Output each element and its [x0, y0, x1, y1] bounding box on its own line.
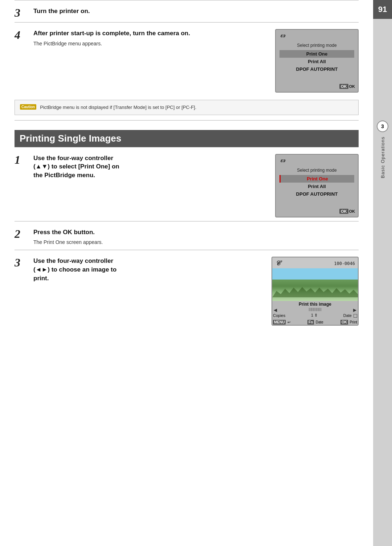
- screen2-ok-text: OK: [349, 209, 355, 213]
- step-number-3b: 3: [15, 257, 30, 268]
- screen3-menu-area: MENU ↩: [273, 318, 290, 325]
- step-2-bottom: 2 Press the OK button. The Print One scr…: [15, 221, 359, 250]
- step-1b-title: Use the four-way controller (▲▼) to sele…: [33, 154, 268, 180]
- screen3-ok-value: Print: [350, 320, 357, 324]
- step-3-top: 3 Turn the printer on.: [15, 0, 359, 22]
- screen3-fn-btn: Fn: [307, 320, 314, 325]
- screen3-fn-value: Date: [316, 320, 323, 324]
- screen3-arrows: ◀ ||||||||||||||| ▶: [272, 307, 358, 313]
- step-4: 4 After printer start-up is complete, tu…: [15, 22, 359, 96]
- chapter-badge: 3: [377, 121, 388, 132]
- caution-box: Caution PictBridge menu is not displayed…: [15, 100, 359, 115]
- camera-logo-1: ᵋᵌ: [279, 33, 354, 41]
- screen3-fn-row: MENU ↩ Fn Date OK Print: [272, 318, 358, 325]
- screen2-ok-box: OK: [339, 209, 348, 214]
- sidebar: 91 3 Basic Operations: [373, 0, 392, 546]
- screen3-ok-btn: OK: [340, 320, 348, 325]
- step-3b-content: Use the four-way controller (◄►) to choo…: [30, 257, 264, 285]
- screen2-title: Select printing mode: [279, 168, 354, 173]
- screen3-copies-value: 1 ⇕: [311, 313, 318, 318]
- screen3-top-bar: 𝒞 100-0046: [272, 257, 358, 268]
- step-3b-title: Use the four-way controller (◄►) to choo…: [33, 257, 264, 282]
- screen3-logo: 𝒞: [275, 260, 280, 267]
- step-2b-body: The Print One screen appears.: [33, 239, 359, 246]
- step-number-1b: 1: [15, 154, 30, 166]
- screen2-item-1: Print All: [279, 183, 354, 190]
- camera-logo-2: ᵋᵌ: [279, 158, 354, 166]
- screen2-item-0: Print One: [279, 175, 354, 183]
- step-3-content: Turn the printer on.: [30, 7, 359, 18]
- sidebar-label: Basic Operations: [380, 136, 385, 178]
- section-divider: Printing Single Images: [15, 120, 359, 147]
- screen1-ok-bar: OK OK: [339, 84, 355, 89]
- screen1-ok-box: OK: [339, 84, 348, 89]
- step-4-content: After printer start-up is complete, turn…: [30, 29, 268, 48]
- step-number-3: 3: [15, 7, 30, 19]
- step-3-bottom: 3 Use the four-way controller (◄►) to ch…: [15, 250, 359, 329]
- screen3-file-num: 100-0046: [334, 261, 355, 266]
- screen3-ok-area: OK Print: [340, 318, 357, 325]
- step-2b-title: Press the OK button.: [33, 228, 359, 237]
- section-title: Printing Single Images: [15, 130, 359, 147]
- caution-label: Caution: [20, 104, 36, 110]
- step-number-2b: 2: [15, 228, 30, 240]
- caution-text: PictBridge menu is not displayed if [Tra…: [40, 104, 196, 111]
- screen3-menu-btn: MENU: [273, 320, 286, 325]
- screen3-date-checkbox: [354, 314, 357, 318]
- screen2-ok-bar: OK OK: [339, 209, 355, 214]
- screen1-item-1: Print All: [279, 58, 354, 65]
- step-1-bottom: 1 Use the four-way controller (▲▼) to se…: [15, 147, 359, 221]
- screen3-fn-area: Fn Date: [307, 318, 323, 325]
- screen1-ok-text: OK: [349, 84, 355, 89]
- screen3-landscape: [272, 268, 358, 301]
- camera-screen-1: ᵋᵌ Select printing mode Print One Print …: [275, 29, 359, 93]
- screen1-item-2: DPOF AUTOPRINT: [279, 65, 354, 73]
- screen3-date-area: Date: [343, 313, 357, 318]
- screen3-print-this: Print this image: [272, 301, 358, 307]
- step-4-title: After printer start-up is complete, turn…: [33, 29, 268, 38]
- screen2-item-2: DPOF AUTOPRINT: [279, 190, 354, 198]
- screen3-copies-label: Copies: [273, 313, 285, 318]
- screen3-copies-row: Copies 1 ⇕ Date: [272, 313, 358, 318]
- page-number: 91: [373, 0, 392, 19]
- step-2b-content: Press the OK button. The Print One scree…: [30, 228, 359, 246]
- step-3-title: Turn the printer on.: [33, 7, 359, 16]
- camera-screen-2: ᵋᵌ Select printing mode Print One Print …: [275, 154, 359, 217]
- main-content: 3 Turn the printer on. 4 After printer s…: [0, 0, 373, 329]
- camera-screen-3: 𝒞 100-0046 Print this image ◀ ||||||||||…: [271, 257, 359, 326]
- screen3-menu-back: ↩: [287, 320, 290, 324]
- screen1-item-0: Print One: [279, 50, 354, 58]
- step-1b-content: Use the four-way controller (▲▼) to sele…: [30, 154, 268, 182]
- step-4-body: The PictBridge menu appears.: [33, 40, 268, 48]
- step-number-4: 4: [15, 29, 30, 41]
- screen1-title: Select printing mode: [279, 43, 354, 48]
